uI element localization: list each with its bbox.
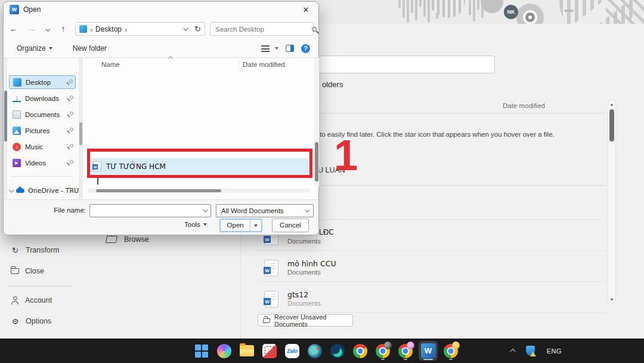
scrollbar-thumb[interactable] xyxy=(315,142,318,182)
cancel-button[interactable]: Cancel xyxy=(272,219,309,232)
forward-icon[interactable]: → xyxy=(24,24,39,33)
list-vertical-scrollbar[interactable] xyxy=(314,58,319,187)
browse-label: Browse xyxy=(124,235,149,244)
open-button[interactable]: Open xyxy=(219,219,262,232)
chrome-profile3-button[interactable] xyxy=(441,341,460,361)
column-separator[interactable] xyxy=(239,59,239,70)
recover-unsaved-button[interactable]: Recover Unsaved Documents xyxy=(258,314,353,327)
sidebar-item-documents[interactable]: Documents xyxy=(9,107,76,121)
options-icon: ⚙ xyxy=(11,317,20,326)
back-icon[interactable]: ← xyxy=(4,24,24,33)
close-icon[interactable]: ✕ xyxy=(299,5,312,14)
pin-icon xyxy=(67,160,73,166)
browser-app-button[interactable] xyxy=(328,341,347,361)
running-indicator xyxy=(404,359,407,361)
browser-app-icon xyxy=(330,344,345,358)
account-avatar[interactable]: NK xyxy=(504,5,518,19)
backstage-search-input[interactable] xyxy=(299,56,494,73)
sidebar-item-downloads[interactable]: ↓ Downloads xyxy=(9,91,76,105)
doc-location: Documents xyxy=(287,269,321,276)
sidebar-item-onedrive[interactable]: OneDrive - TRƯ xyxy=(9,187,80,195)
horizontal-scrollbar[interactable] xyxy=(87,189,310,193)
doc-name[interactable]: mô hình CCU xyxy=(287,259,336,268)
menu-item-options[interactable]: ⚙ Options xyxy=(11,316,51,327)
combobox-caret-icon[interactable] xyxy=(203,207,208,212)
help-icon[interactable]: ? xyxy=(301,44,310,53)
scrollbar-thumb[interactable] xyxy=(4,91,7,141)
chrome-button[interactable] xyxy=(351,341,370,361)
running-indicator xyxy=(381,359,385,361)
expand-icon[interactable] xyxy=(9,187,14,192)
sidebar-item-music[interactable]: ♪ Music xyxy=(9,140,76,153)
backstage-date-modified-header[interactable]: Date modified xyxy=(503,102,545,109)
doc-name[interactable]: gts12 xyxy=(287,290,308,299)
snipping-app-button[interactable] xyxy=(260,341,279,361)
pin-icon xyxy=(67,79,73,85)
breadcrumb[interactable]: Desktop ↻ xyxy=(75,22,205,36)
menu-item-transform[interactable]: ↻ Transform xyxy=(11,245,60,256)
row-separator xyxy=(258,250,606,251)
organize-button[interactable]: Organize xyxy=(17,44,52,53)
scrollbar-thumb[interactable] xyxy=(79,122,82,145)
folders-tab[interactable]: olders xyxy=(322,80,343,89)
sidebar-item-pictures[interactable]: Pictures xyxy=(9,124,76,137)
scrollbar-thumb[interactable] xyxy=(96,189,221,192)
copilot-button[interactable] xyxy=(215,341,234,361)
sidebar-label: Pictures xyxy=(25,127,50,134)
backstage-scrollbar[interactable]: ▲ ▼ xyxy=(608,100,616,304)
menu-item-close[interactable]: Close xyxy=(11,266,44,276)
chrome-profile2-button[interactable] xyxy=(396,341,415,361)
sidebar-left-scrollbar[interactable] xyxy=(4,58,7,199)
pictures-icon xyxy=(13,127,21,135)
browse-folder-icon xyxy=(106,236,118,243)
running-indicator xyxy=(449,359,453,361)
sidebar-scrollbar[interactable] xyxy=(79,58,83,199)
browse-button[interactable]: Browse xyxy=(106,235,149,244)
tray-chevron-icon[interactable] xyxy=(510,349,516,355)
sidebar-item-desktop[interactable]: Desktop xyxy=(9,75,76,89)
dialog-search-box[interactable] xyxy=(210,22,314,36)
dialog-title: Open xyxy=(23,5,41,14)
desktop-folder-icon xyxy=(79,25,87,33)
dialog-nav-bar: ← → ↑ Desktop ↻ xyxy=(4,20,318,38)
refresh-icon[interactable]: ↻ xyxy=(194,24,201,33)
word-button-active[interactable]: W xyxy=(419,341,438,361)
start-button[interactable] xyxy=(192,341,211,361)
preview-pane-icon[interactable] xyxy=(286,45,294,52)
column-header-name[interactable]: Name xyxy=(101,61,120,68)
file-type-dropdown[interactable]: All Word Documents xyxy=(216,204,314,217)
open-split-caret[interactable] xyxy=(250,220,261,231)
file-explorer-button[interactable] xyxy=(237,341,256,361)
new-folder-button[interactable]: New folder xyxy=(73,44,107,53)
dialog-titlebar[interactable]: W Open ✕ xyxy=(4,2,318,17)
language-indicator[interactable]: ENG xyxy=(547,347,562,355)
pin-icon xyxy=(67,128,73,134)
breadcrumb-item-desktop[interactable]: Desktop xyxy=(95,25,122,33)
zalo-button[interactable]: Zalo xyxy=(283,341,302,361)
app-button[interactable] xyxy=(305,341,324,361)
dialog-search-input[interactable] xyxy=(210,26,312,33)
tools-dropdown[interactable]: Tools xyxy=(184,221,207,228)
file-name-combobox[interactable] xyxy=(89,204,211,217)
security-shield-icon[interactable] xyxy=(526,346,535,356)
breadcrumb-dropdown-icon[interactable] xyxy=(183,26,188,30)
search-icon xyxy=(312,27,317,32)
scrollbar-thumb[interactable] xyxy=(609,109,614,141)
profile-badge-icon xyxy=(452,342,460,349)
column-header-date-modified[interactable]: Date modified xyxy=(243,61,285,68)
sidebar-item-videos[interactable]: ▶ Videos xyxy=(9,156,76,170)
menu-item-account[interactable]: Account xyxy=(11,295,52,306)
file-name-label: File name: xyxy=(51,207,86,214)
chrome-icon xyxy=(353,344,367,358)
up-icon[interactable]: ↑ xyxy=(55,24,72,33)
recent-locations-icon[interactable] xyxy=(39,24,55,33)
backstage-search-box[interactable] xyxy=(298,56,495,73)
chrome-profile1-button[interactable] xyxy=(373,341,392,361)
open-button-label: Open xyxy=(221,220,250,231)
scroll-up-icon[interactable]: ▲ xyxy=(608,102,615,106)
scroll-down-icon[interactable]: ▼ xyxy=(608,297,615,302)
file-name-input[interactable] xyxy=(90,207,203,214)
file-explorer-icon xyxy=(240,345,254,356)
open-dialog: W Open ✕ ← → ↑ Desktop ↻ Organize New fo… xyxy=(3,1,319,235)
view-mode-button[interactable] xyxy=(261,45,278,52)
